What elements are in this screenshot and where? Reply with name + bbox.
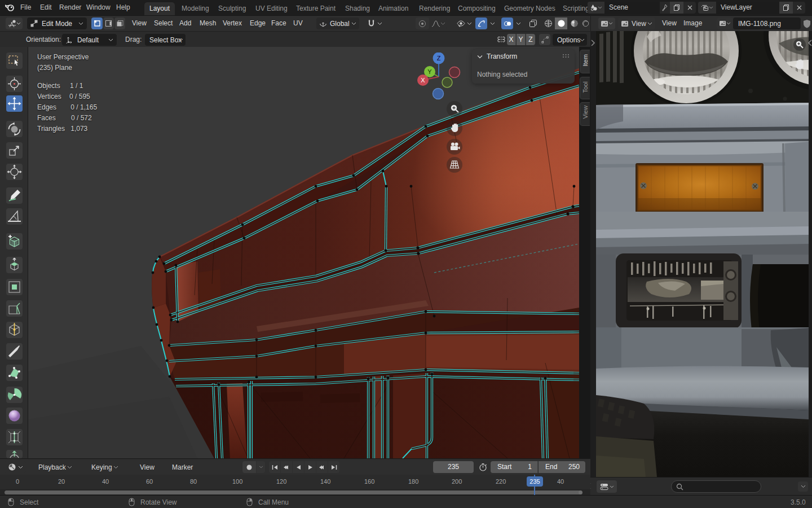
svg-text:Z: Z — [437, 55, 441, 62]
svg-text:Y: Y — [427, 68, 432, 75]
svg-text:X: X — [421, 77, 425, 84]
